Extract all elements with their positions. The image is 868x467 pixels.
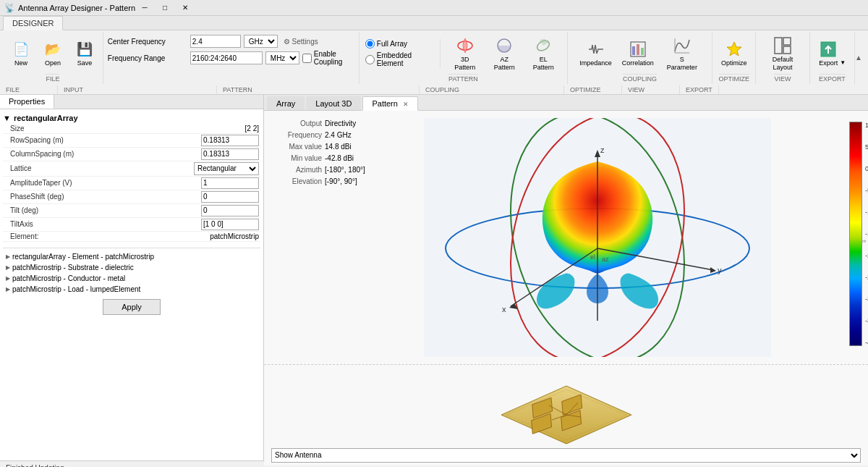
optimize-group-label: OPTIMIZE bbox=[719, 74, 750, 83]
impedance-button[interactable]: Impedance bbox=[576, 37, 616, 70]
optimize-label: Optimize bbox=[721, 59, 747, 67]
prop-rowspacing-label: RowSpacing (m) bbox=[4, 136, 201, 144]
ribbon-group-coupling: Impedance Correlation bbox=[568, 32, 712, 84]
prop-tiltaxis-input[interactable] bbox=[201, 219, 259, 230]
view-group-label: VIEW bbox=[774, 74, 791, 83]
viz-tabs: Array Layout 3D Pattern ✕ bbox=[264, 95, 868, 111]
embedded-element-radio-label[interactable]: Embedded Element bbox=[365, 51, 436, 67]
enable-coupling-label: Enable Coupling bbox=[314, 50, 354, 66]
enable-coupling-checkbox[interactable] bbox=[302, 54, 312, 63]
section-pattern: PATTERN bbox=[217, 85, 420, 94]
new-button[interactable]: 📄 New bbox=[7, 37, 35, 70]
s-parameter-button[interactable]: S Parameter bbox=[660, 33, 704, 74]
resize-handle[interactable]: ⇔ bbox=[861, 237, 867, 245]
freq-range-input[interactable] bbox=[190, 51, 263, 64]
tab-array[interactable]: Array bbox=[267, 96, 305, 110]
scale-neg25: -25 bbox=[865, 274, 868, 281]
az-pattern-icon bbox=[494, 35, 514, 56]
tab-pattern[interactable]: Pattern ✕ bbox=[362, 96, 418, 111]
viz-main-row: Output Directivity Frequency 2.4 GHz Max… bbox=[264, 111, 868, 364]
tab-properties[interactable]: Properties bbox=[0, 95, 54, 109]
main-content: Properties ▼ rectangularArray Size [2 2]… bbox=[0, 95, 868, 460]
tab-pattern-close[interactable]: ✕ bbox=[403, 101, 409, 108]
tree-arrow-3: ▶ bbox=[6, 286, 10, 293]
scale-neg10: -10 bbox=[865, 209, 868, 216]
minimize-button[interactable]: ─ bbox=[135, 1, 154, 14]
full-array-radio[interactable] bbox=[365, 39, 375, 49]
ribbon-group-optimize: Optimize OPTIMIZE bbox=[712, 32, 756, 84]
svg-rect-6 bbox=[641, 48, 644, 55]
ribbon-expand-btn[interactable]: ▲ bbox=[855, 32, 865, 84]
tree-item-0[interactable]: ▶ rectangularArray - Element - patchMicr… bbox=[3, 251, 260, 262]
3d-pattern-button[interactable]: 3D Pattern bbox=[446, 33, 482, 74]
az-pattern-label: AZ Pattern bbox=[490, 56, 519, 72]
settings-button[interactable]: ⚙ Settings bbox=[284, 38, 318, 46]
embedded-element-radio[interactable] bbox=[365, 55, 375, 64]
titlebar-controls: ─ □ ✕ bbox=[135, 1, 195, 14]
section-coupling: COUPLING bbox=[420, 85, 564, 94]
prop-amplitude: AmplitudeTaper (V) bbox=[3, 177, 260, 190]
prop-tilt-input[interactable] bbox=[201, 205, 259, 216]
tree-item-1[interactable]: ▶ patchMicrostrip - Substrate - dielectr… bbox=[3, 262, 260, 273]
app-icon: 📡 bbox=[4, 3, 15, 13]
tab-designer[interactable]: DESIGNER bbox=[3, 16, 63, 30]
save-icon: 💾 bbox=[75, 39, 95, 59]
properties-content: ▼ rectangularArray Size [2 2] RowSpacing… bbox=[0, 109, 263, 460]
prop-amplitude-input[interactable] bbox=[201, 177, 259, 189]
el-pattern-button[interactable]: EL Pattern bbox=[525, 33, 561, 74]
info-min: Min value -42.8 dBi bbox=[271, 153, 365, 164]
tree-root[interactable]: ▼ rectangularArray bbox=[3, 112, 260, 124]
info-min-label: Min value bbox=[271, 153, 322, 164]
coupling-group-content: Impedance Correlation bbox=[576, 33, 704, 74]
open-button[interactable]: 📂 Open bbox=[38, 37, 67, 70]
tree-item-label-3: patchMicrostrip - Load - lumpedElement bbox=[12, 285, 140, 293]
close-button[interactable]: ✕ bbox=[176, 1, 195, 14]
prop-lattice-select[interactable]: Rectangular Triangular bbox=[194, 162, 259, 175]
freq-range-unit-select[interactable]: MHzGHz bbox=[265, 51, 299, 64]
prop-phaseshift-input[interactable] bbox=[201, 191, 259, 203]
info-panel: Output Directivity Frequency 2.4 GHz Max… bbox=[271, 118, 365, 188]
s-parameter-label: S Parameter bbox=[664, 56, 700, 72]
correlation-button[interactable]: Correlation bbox=[618, 37, 658, 70]
prop-amplitude-label: AmplitudeTaper (V) bbox=[4, 179, 201, 187]
scale-labels: 10 5 0 -5 -10 -15 -20 -25 -30 -35 -40 bbox=[865, 122, 868, 346]
tree-item-3[interactable]: ▶ patchMicrostrip - Load - lumpedElement bbox=[3, 284, 260, 295]
section-export: EXPORT bbox=[680, 85, 719, 94]
az-pattern-button[interactable]: AZ Pattern bbox=[486, 33, 522, 74]
info-max-value: 14.8 dBi bbox=[325, 141, 352, 153]
3d-pattern-label: 3D Pattern bbox=[450, 56, 479, 72]
center-freq-input[interactable] bbox=[190, 35, 241, 48]
maximize-button[interactable]: □ bbox=[156, 1, 174, 14]
export-group-content: Export ▼ bbox=[814, 33, 849, 74]
titlebar-title: Antenna Array Designer - Pattern bbox=[18, 4, 135, 12]
ribbon-group-input: Center Frequency GHzMHz ⚙ Settings Frequ… bbox=[103, 32, 359, 84]
file-group-label: FILE bbox=[46, 74, 59, 83]
center-freq-unit-select[interactable]: GHzMHz bbox=[244, 35, 278, 48]
color-scale-container: 10 5 0 -5 -10 -15 -20 -25 -30 -35 -40 bbox=[843, 111, 868, 364]
el-label: el bbox=[590, 253, 595, 261]
export-button[interactable]: Export ▼ bbox=[814, 37, 849, 70]
prop-colspacing-input[interactable] bbox=[201, 148, 259, 160]
tab-layout3d[interactable]: Layout 3D bbox=[306, 96, 361, 110]
apply-button[interactable]: Apply bbox=[103, 299, 161, 315]
full-array-radio-label[interactable]: Full Array bbox=[365, 39, 436, 49]
scale-neg35: -35 bbox=[865, 317, 868, 324]
prop-lattice-label: Lattice bbox=[4, 164, 194, 172]
show-antenna-select[interactable]: Show Antenna Hide Antenna bbox=[271, 448, 861, 463]
section-bar: FILE INPUT PATTERN COUPLING OPTIMIZE VIE… bbox=[0, 85, 868, 95]
prop-rowspacing-input[interactable] bbox=[201, 135, 259, 146]
save-button[interactable]: 💾 Save bbox=[70, 37, 99, 70]
center-freq-label: Center Frequency bbox=[108, 38, 187, 46]
tree-item-label-1: patchMicrostrip - Substrate - dielectric bbox=[12, 264, 134, 272]
section-view: VIEW bbox=[622, 85, 680, 94]
tree-item-2[interactable]: ▶ patchMicrostrip - Conductor - metal bbox=[3, 273, 260, 284]
section-input: INPUT bbox=[58, 85, 217, 94]
scale-bar bbox=[849, 122, 862, 346]
prop-element-value: patchMicrostrip bbox=[210, 232, 259, 240]
default-layout-button[interactable]: Default Layout bbox=[762, 33, 803, 74]
enable-coupling-checkbox-label[interactable]: Enable Coupling bbox=[302, 50, 354, 66]
optimize-button[interactable]: Optimize bbox=[718, 37, 751, 70]
antenna-svg bbox=[487, 379, 646, 451]
new-label: New bbox=[14, 59, 27, 67]
prop-tiltaxis-label: TiltAxis bbox=[4, 220, 201, 228]
